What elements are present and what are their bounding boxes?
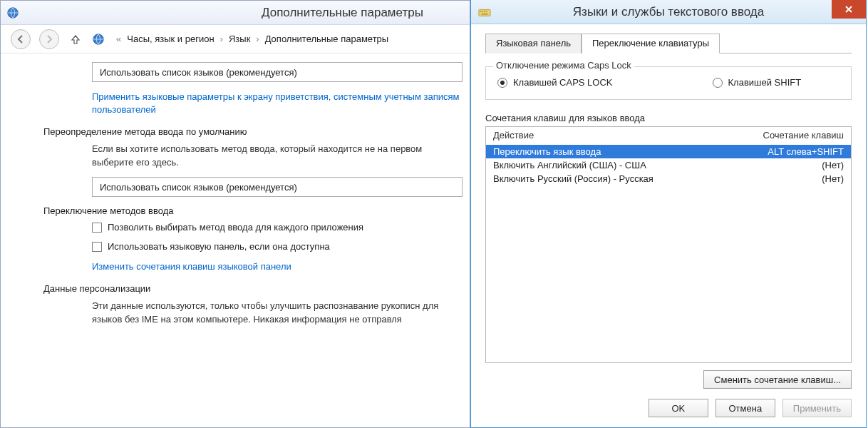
combo-value: Использовать список языков (рекомендуетс…: [100, 67, 297, 78]
tab-keyboard-switch[interactable]: Переключение клавиатуры: [582, 34, 720, 54]
up-button[interactable]: [68, 31, 83, 47]
tab-language-bar[interactable]: Языковая панель: [485, 34, 582, 54]
hotkeys-group-label: Сочетания клавиш для языков ввода: [485, 113, 852, 123]
radio-caps-lock-label: Клавишей CAPS LOCK: [513, 77, 613, 88]
radio-caps-lock[interactable]: [497, 78, 507, 88]
breadcrumb-item[interactable]: Дополнительные параметры: [265, 34, 389, 44]
back-button[interactable]: [11, 29, 31, 49]
control-panel-window: Дополнительные параметры « Часы, язык и …: [0, 0, 470, 428]
language-bar-checkbox[interactable]: [92, 242, 102, 252]
breadcrumb-item[interactable]: Часы, язык и регион: [127, 34, 214, 44]
close-icon: [844, 5, 853, 14]
language-list-combo[interactable]: Использовать список языков (рекомендуетс…: [92, 62, 463, 82]
text-services-dialog: Языки и службы текстового ввода Языковая…: [470, 0, 867, 428]
col-action: Действие: [493, 130, 534, 141]
hotkeys-group: Сочетания клавиш для языков ввода Действ…: [485, 113, 852, 389]
svg-rect-3: [480, 11, 482, 12]
row-action: Переключить язык ввода: [493, 146, 601, 157]
row-hotkey: ALT слева+SHIFT: [768, 146, 844, 157]
apply-to-welcome-link[interactable]: Применить языковые параметры к экрану пр…: [92, 91, 460, 116]
chevron-right-icon: ›: [256, 34, 259, 44]
ok-button[interactable]: OK: [649, 399, 708, 417]
row-hotkey: (Нет): [822, 173, 844, 184]
col-hotkey: Сочетание клавиш: [763, 130, 844, 141]
hotkeys-list: Действие Сочетание клавиш Переключить яз…: [485, 126, 852, 363]
per-app-label: Позволить выбирать метод ввода для каждо…: [108, 222, 363, 233]
breadcrumb-prefix: «: [116, 34, 121, 44]
cancel-button[interactable]: Отмена: [715, 399, 775, 417]
row-action: Включить Русский (Россия) - Русская: [493, 173, 653, 184]
override-description: Если вы хотите использовать метод ввода,…: [92, 143, 460, 170]
section-personalization: Данные персонализации: [43, 283, 460, 294]
dialog-footer: OK Отмена Применить: [485, 389, 852, 417]
personalization-description: Эти данные используются, только чтобы ул…: [92, 300, 460, 327]
change-hotkeys-link[interactable]: Изменить сочетания клавиш языковой панел…: [92, 260, 460, 273]
combo-value: Использовать список языков (рекомендуетс…: [100, 182, 297, 193]
arrow-right-icon: [45, 35, 53, 44]
row-hotkey: (Нет): [822, 160, 844, 170]
left-title: Дополнительные параметры: [262, 6, 423, 20]
caps-lock-label: Отключение режима Caps Lock: [493, 60, 634, 71]
forward-button[interactable]: [39, 29, 59, 49]
change-hotkey-button[interactable]: Сменить сочетание клавиш...: [703, 370, 852, 389]
row-action: Включить Английский (США) - США: [493, 160, 646, 170]
input-method-combo[interactable]: Использовать список языков (рекомендуетс…: [92, 177, 463, 197]
tab-bar: Языковая панель Переключение клавиатуры: [485, 33, 852, 54]
section-override: Переопределение метода ввода по умолчани…: [43, 126, 460, 137]
chevron-right-icon: ›: [220, 34, 223, 44]
nav-row: « Часы, язык и регион › Язык › Дополните…: [1, 25, 470, 54]
svg-rect-5: [484, 11, 485, 12]
per-app-checkbox[interactable]: [92, 223, 102, 233]
keyboard-icon: [478, 6, 491, 19]
breadcrumb: « Часы, язык и регион › Язык › Дополните…: [116, 34, 388, 44]
svg-rect-6: [486, 11, 487, 12]
region-icon: [92, 33, 105, 46]
svg-rect-7: [482, 13, 488, 14]
list-row[interactable]: Переключить язык ввода ALT слева+SHIFT: [486, 145, 851, 158]
svg-rect-4: [482, 11, 483, 12]
left-content: Использовать список языков (рекомендуетс…: [1, 54, 470, 344]
arrow-up-icon: [71, 34, 81, 44]
region-icon: [6, 6, 19, 19]
dialog-titlebar: Языки и службы текстового ввода: [471, 0, 866, 24]
breadcrumb-item[interactable]: Язык: [229, 34, 250, 44]
language-bar-label: Использовать языковую панель, если она д…: [108, 241, 330, 252]
radio-shift[interactable]: [713, 78, 723, 88]
list-row[interactable]: Включить Английский (США) - США (Нет): [486, 158, 851, 172]
list-row[interactable]: Включить Русский (Россия) - Русская (Нет…: [486, 172, 851, 185]
svg-rect-2: [479, 9, 490, 16]
list-header: Действие Сочетание клавиш: [486, 127, 851, 143]
caps-lock-group: Отключение режима Caps Lock Клавишей CAP…: [485, 66, 852, 100]
dialog-body: Языковая панель Переключение клавиатуры …: [471, 24, 866, 427]
apply-button: Применить: [782, 399, 852, 417]
dialog-title: Языки и службы текстового ввода: [471, 5, 866, 19]
close-button[interactable]: [832, 0, 866, 19]
section-switch: Переключение методов ввода: [43, 205, 460, 216]
radio-shift-label: Клавишей SHIFT: [728, 77, 802, 88]
left-titlebar: Дополнительные параметры: [1, 1, 470, 25]
arrow-left-icon: [16, 35, 25, 44]
